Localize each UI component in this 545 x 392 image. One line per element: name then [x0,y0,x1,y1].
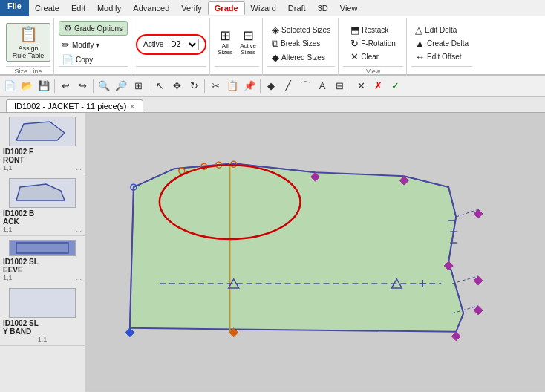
menu-edit[interactable]: Edit [65,2,91,14]
tb-sep6 [350,79,350,93]
tb-point[interactable]: ◆ [263,78,279,94]
delta-group-label [411,66,472,76]
document-tab-close[interactable]: ✕ [129,102,135,111]
tb-save[interactable]: 💾 [36,78,52,94]
edit-delta-icon: △ [415,24,422,36]
piece-label: ID1002 SLEEVE [3,258,82,274]
menu-wizard[interactable]: Wizard [245,2,282,14]
menu-view[interactable]: View [334,2,364,14]
piece-more[interactable]: ... [76,164,82,172]
menu-draft[interactable]: Draft [282,2,312,14]
selected-sizes-icon: ◈ [272,24,279,36]
tb-line[interactable]: ╱ [280,78,296,94]
menu-modify[interactable]: Modify [91,2,127,14]
menu-create[interactable]: Create [29,2,65,14]
restack-icon: ⬒ [350,24,359,36]
all-sizes-button[interactable]: ⊞ AllSizes [215,27,235,57]
active-size-select[interactable]: D2D0D1D3 [166,39,199,50]
tb-sep3 [149,79,149,93]
assign-rule-table-button[interactable]: 📋 AssignRule Table [6,23,50,62]
break-sizes-label: Break Sizes [281,39,320,48]
tb-cut[interactable]: ✂ [207,78,223,94]
tb-new[interactable]: 📄 [1,78,18,94]
list-item[interactable]: ID1002 SLEEVE 1,1 ... [0,236,85,284]
selected-sizes-button[interactable]: ◈ Selected Sizes [269,24,333,36]
f-rotation-label: F-Rotation [361,39,396,48]
tb-rotate[interactable]: ↻ [186,78,202,94]
list-item[interactable]: ID1002 SLY BAND 1,1 [0,284,85,346]
tb-green-check[interactable]: ✓ [387,78,403,94]
list-item[interactable]: ID1002 FRONT 1,1 ... [0,113,85,174]
active-sizes-button[interactable]: ⊟ ActiveSizes [237,27,259,57]
f-rotation-icon: ↻ [350,38,359,49]
tb-copy[interactable]: 📋 [224,78,241,94]
file-menu[interactable]: File [0,0,29,16]
ribbon: 📋 AssignRule Table Size Line ⚙ Grade Opt… [0,16,545,76]
tb-text[interactable]: A [314,78,330,94]
ribbon-group-delta: △ Edit Delta ▲ Create Delta ↔ Edit Offse… [408,18,475,76]
break-sizes-button[interactable]: ⧉ Break Sizes [269,37,333,50]
tb-zoom-in[interactable]: 🔍 [96,78,112,94]
tb-select[interactable]: ↖ [151,78,168,94]
menu-3d[interactable]: 3D [312,2,334,14]
f-rotation-button[interactable]: ↻ F-Rotation [347,37,399,50]
altered-sizes-button[interactable]: ◆ Altered Sizes [269,51,333,64]
tb-paste[interactable]: 📌 [241,78,258,94]
copy-label: Copy [76,56,93,64]
edit-offset-label: Edit Offset [427,53,462,61]
tab-bar: ID1002 - JACKET - 11 piece(s) ✕ [0,97,545,113]
tb-undo[interactable]: ↩ [57,78,74,94]
tb-curve[interactable]: ⌒ [297,78,313,94]
piece-label: ID1002 FRONT [3,148,82,164]
edit-delta-label: Edit Delta [425,26,457,34]
restack-group-label: View [343,66,403,76]
active-label: Active [143,40,163,48]
menu-bar: File Create Edit Modify Advanced Verify … [0,0,545,16]
tb-sep1 [54,79,55,93]
assign-group-label: Size Line [6,66,50,76]
tb-open[interactable]: 📂 [19,78,35,94]
piece-scale: 1,1 [3,164,13,172]
piece-label: ID1002 SLY BAND [3,319,82,336]
menu-advanced[interactable]: Advanced [127,2,175,14]
canvas-area[interactable] [85,113,545,392]
tb-move[interactable]: ✥ [169,78,185,94]
tb-sep4 [204,79,205,93]
altered-sizes-icon: ◆ [272,52,279,63]
ribbon-group-selected: ◈ Selected Sizes ⧉ Break Sizes ◆ Altered… [264,18,339,76]
piece-more[interactable]: ... [76,274,82,281]
edit-offset-icon: ↔ [415,51,425,62]
copy-group-label [59,66,128,76]
piece-more[interactable]: ... [76,226,82,233]
menu-verify[interactable]: Verify [175,2,208,14]
tb-zoom-fit[interactable]: ⊞ [130,78,146,94]
ribbon-group-sizes: ⊞ AllSizes ⊟ ActiveSizes [212,18,263,76]
tb-red-x[interactable]: ✗ [370,78,386,94]
tb-close-all[interactable]: ✕ [353,78,369,94]
edit-delta-button[interactable]: △ Edit Delta [412,24,471,36]
restack-button[interactable]: ⬒ Restack [347,24,399,36]
list-item[interactable]: ID1002 BACK 1,1 ... [0,174,85,236]
tb-redo[interactable]: ↪ [74,78,91,94]
modify-button[interactable]: ✏ Modify ▾ [59,39,102,51]
ribbon-group-restack: ⬒ Restack ↻ F-Rotation ✕ Clear View [340,18,407,76]
copy-button[interactable]: 📄 Copy [59,53,128,66]
piece-label: ID1002 BACK [3,209,82,226]
clear-button[interactable]: ✕ Clear [347,50,399,63]
menu-grade[interactable]: Grade [208,1,245,15]
document-tab[interactable]: ID1002 - JACKET - 11 piece(s) ✕ [6,99,143,112]
clear-label: Clear [361,53,379,61]
edit-offset-button[interactable]: ↔ Edit Offset [412,50,471,63]
piece-thumbnail [9,117,76,146]
piece-scale: 1,1 [3,336,82,343]
tb-measure[interactable]: ⊟ [331,78,347,94]
side-panel: ID1002 FRONT 1,1 ... ID1002 BACK 1,1 ... [0,113,85,392]
svg-rect-0 [16,243,68,253]
assign-icon: 📋 [19,25,38,43]
selected-sizes-label: Selected Sizes [281,26,330,34]
active-sizes-label: ActiveSizes [240,42,256,56]
create-delta-button[interactable]: ▲ Create Delta [412,37,471,50]
tb-zoom-out[interactable]: 🔎 [113,78,129,94]
active-size-circle: Active D2D0D1D3 [136,34,206,55]
grade-options-button[interactable]: ⚙ Grade Options [59,21,128,36]
